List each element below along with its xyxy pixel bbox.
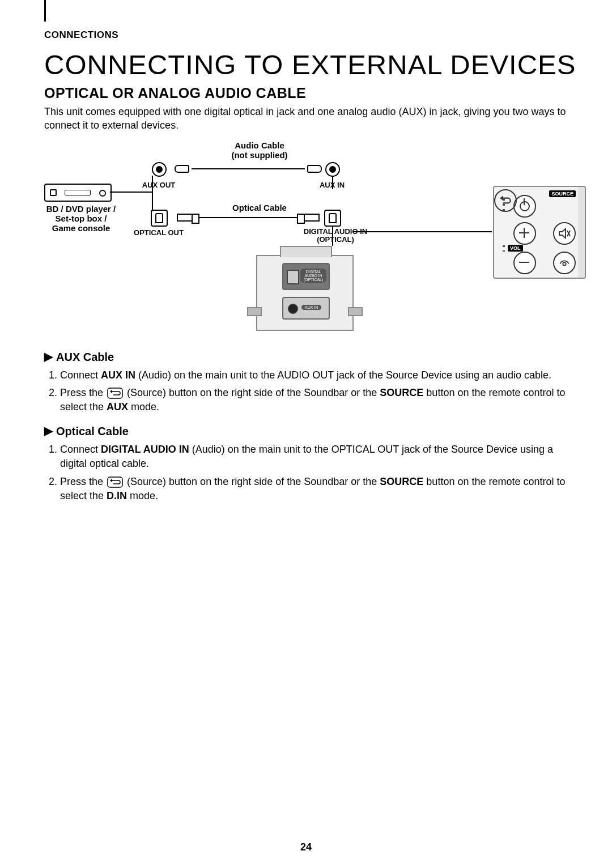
optical-port-icon (287, 270, 299, 284)
text: Connect (60, 444, 101, 455)
optical-out-label: OPTICAL OUT (133, 229, 185, 237)
triangle-bullet-icon: ▶ (44, 424, 53, 437)
text-bold: AUX (107, 401, 128, 412)
volume-up-button-icon (513, 222, 536, 245)
leader-line (110, 192, 153, 193)
aux-port-icon (288, 304, 298, 314)
section-label: CONNECTIONS (44, 29, 578, 41)
heading-text: AUX Cable (56, 351, 114, 363)
volume-down-button-icon (513, 252, 536, 274)
optical-plug-right-icon (303, 214, 320, 222)
aux-cable-heading: ▶AUX Cable (44, 350, 578, 364)
triangle-bullet-icon: ▶ (44, 350, 53, 363)
digital-audio-in-port-icon (324, 210, 341, 227)
digital-audio-in-port-label: DIGITAL AUDIO IN (OPTICAL) (300, 269, 326, 283)
text: Set-top box / (56, 214, 107, 223)
digital-audio-in-panel: DIGITAL AUDIO IN (OPTICAL) (282, 263, 330, 290)
optical-step-2: Press the (Source) button on the right s… (60, 475, 578, 503)
optical-cable-label: Optical Cable (220, 203, 299, 212)
intro-text: This unit comes equipped with one digita… (44, 105, 578, 133)
optical-plug-left-icon (177, 214, 194, 222)
aux-step-1: Connect AUX IN (Audio) on the main unit … (60, 368, 578, 382)
svg-point-0 (563, 262, 566, 266)
source-device-label: BD / DVD player / Set-top box / Game con… (39, 204, 124, 233)
text-bold: DIGITAL AUDIO IN (101, 444, 189, 455)
audio-cable-plug-left-icon (175, 165, 189, 173)
aux-steps-list: Connect AUX IN (Audio) on the main unit … (44, 368, 578, 415)
text-bold: SOURCE (380, 476, 423, 487)
connection-diagram: Audio Cable (not supplied) AUX OUT AUX I… (44, 142, 588, 334)
pair-button-icon (553, 252, 576, 274)
source-device-icon (44, 184, 112, 202)
source-arrow-icon (498, 193, 513, 208)
vol-label-pill: VOL (508, 245, 523, 252)
heading-text: Optical Cable (56, 425, 129, 437)
audio-cable-line (192, 168, 305, 169)
source-icon-inline (107, 476, 123, 488)
soundbar-back-panel: DIGITAL AUDIO IN (OPTICAL) AUX IN (256, 255, 354, 331)
aux-out-jack-icon (152, 162, 167, 177)
aux-in-jack-icon (325, 162, 340, 177)
text: Press the (60, 387, 106, 398)
text: mode. (127, 490, 158, 501)
text-bold: D.IN (107, 490, 127, 501)
text: Audio Cable (235, 141, 284, 150)
audio-cable-plug-right-icon (307, 165, 322, 173)
text: Game console (52, 223, 110, 233)
optical-out-port-icon (151, 210, 168, 227)
text: Press the (60, 476, 106, 487)
decorative-rule (44, 0, 46, 22)
aux-in-port-label: AUX IN (301, 305, 321, 310)
mute-button-icon (553, 222, 576, 245)
leader-line (352, 231, 492, 232)
text: BD / DVD player / (46, 204, 116, 214)
page-title: CONNECTING TO EXTERNAL DEVICES (44, 49, 578, 80)
text: (Source) button on the right side of the… (124, 476, 380, 487)
optical-step-1: Connect DIGITAL AUDIO IN (Audio) on the … (60, 442, 578, 471)
text: not supplied) (234, 150, 287, 160)
audio-cable-label: Audio Cable (not supplied) (214, 141, 305, 160)
digital-audio-in-label: DIGITAL AUDIO IN (OPTICAL) (296, 228, 375, 244)
text: (OPTICAL) (317, 235, 354, 244)
power-button-icon (513, 195, 536, 218)
leader-line (332, 176, 333, 189)
leader-line (332, 225, 333, 246)
page-number: 24 (0, 841, 612, 853)
soundbar-side-panel: SOURCE VOL (493, 186, 586, 279)
source-label-pill: SOURCE (549, 190, 576, 197)
optical-cable-line (196, 217, 300, 218)
optical-cable-heading: ▶Optical Cable (44, 424, 578, 438)
aux-in-panel: AUX IN (282, 297, 330, 320)
text: (Source) button on the right side of the… (124, 387, 380, 398)
text: Connect (60, 369, 101, 381)
aux-out-label: AUX OUT (141, 181, 177, 189)
source-icon-inline (107, 388, 123, 399)
text-bold: AUX IN (101, 369, 135, 381)
page-subtitle: OPTICAL OR ANALOG AUDIO CABLE (44, 85, 578, 101)
optical-steps-list: Connect DIGITAL AUDIO IN (Audio) on the … (44, 442, 578, 503)
manual-page: CONNECTIONS CONNECTING TO EXTERNAL DEVIC… (0, 0, 612, 868)
text: mode. (128, 401, 159, 412)
text-bold: SOURCE (380, 387, 423, 398)
text: (Audio) on the main unit to the AUDIO OU… (135, 369, 551, 381)
aux-step-2: Press the (Source) button on the right s… (60, 386, 578, 414)
